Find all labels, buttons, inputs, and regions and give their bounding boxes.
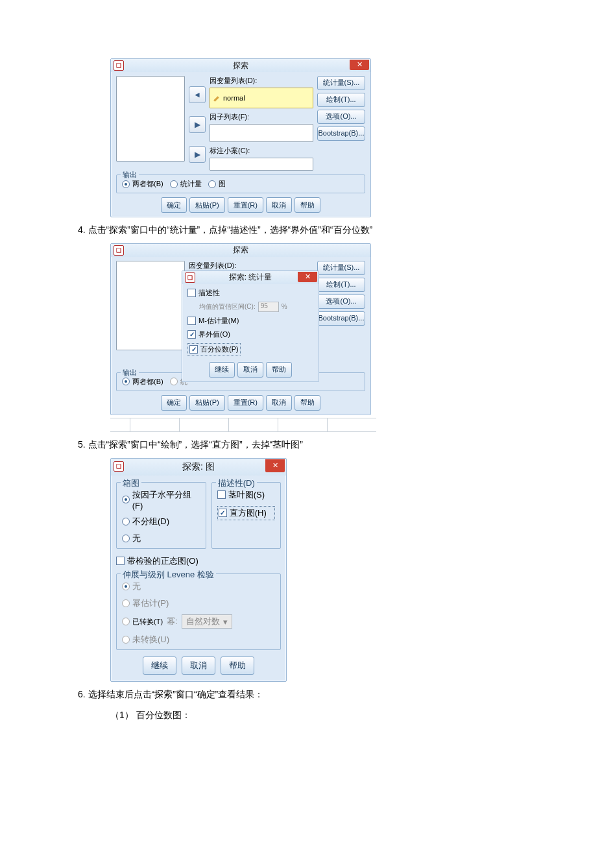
bootstrap-button[interactable]: Bootstrap(B)... — [317, 311, 365, 326]
explore-dialog-1: ❑ 探索 ✕ ◄ ▶ ▶ 因变量列表(D): normal 因子列表(F): 标… — [110, 58, 371, 217]
step-6-sub: （1） 百分位数图： — [110, 708, 548, 723]
app-icon: ❑ — [114, 245, 124, 256]
move-depvar-button[interactable]: ◄ — [189, 86, 206, 103]
move-caselabel-button[interactable]: ▶ — [189, 146, 206, 163]
dialog-titlebar: ❑ 探索 ✕ — [111, 59, 370, 72]
chevron-down-icon: ▾ — [223, 617, 228, 627]
check-descriptive[interactable]: 描述性 — [187, 288, 313, 298]
paste-button[interactable]: 粘贴(P) — [189, 395, 225, 411]
source-list[interactable] — [116, 76, 185, 162]
subdialog-title: 探索: 统计量 — [229, 272, 272, 283]
ci-label: 均值的置信区间(C): — [199, 302, 256, 311]
stats-button[interactable]: 统计量(S)... — [317, 261, 365, 275]
app-icon: ❑ — [114, 60, 124, 71]
ci-value: 95 — [258, 302, 279, 312]
radio-plot[interactable]: 图 — [208, 179, 226, 189]
reset-button[interactable]: 重置(R) — [228, 395, 263, 411]
radio-lv-untrans: 未转换(U) — [122, 634, 275, 645]
radio-lv-none: 无 — [122, 581, 275, 592]
explore-stats-subdialog: ❑ 探索: 统计量 ✕ 描述性 均值的置信区间(C): 95 % M-估计量(M… — [182, 271, 319, 382]
check-percentile[interactable]: ✓百分位数(P) — [187, 343, 241, 356]
radio-stat[interactable]: 统计量 — [170, 179, 202, 189]
subdialog-titlebar: ❑ 探索: 统计量 ✕ — [182, 271, 319, 284]
power-label: 幂: — [167, 616, 178, 627]
ok-button[interactable]: 确定 — [161, 197, 187, 213]
continue-button[interactable]: 继续 — [143, 657, 176, 675]
factor-list[interactable] — [210, 124, 313, 142]
help-button[interactable]: 帮助 — [221, 657, 254, 675]
factor-label: 因子列表(F): — [210, 112, 313, 122]
close-icon[interactable]: ✕ — [265, 459, 285, 472]
dialog-title: 探索 — [233, 245, 248, 256]
step-5-text: 5. 点击“探索”窗口中“绘制”，选择“直方图”，去掉“茎叶图” — [78, 437, 548, 453]
check-outlier[interactable]: ✓界外值(O) — [187, 330, 313, 339]
radio-factorlevels[interactable]: 按因子水平分组(F) — [122, 489, 200, 511]
app-icon: ❑ — [185, 272, 195, 283]
help-button[interactable]: 帮助 — [294, 395, 320, 411]
radio-both[interactable]: 两者都(B) — [122, 377, 163, 387]
help-button[interactable]: 帮助 — [294, 197, 320, 213]
cancel-button[interactable]: 取消 — [182, 657, 215, 675]
step-6-text: 6. 选择结束后点击“探索”窗口“确定”查看结果： — [78, 687, 548, 703]
paste-button[interactable]: 粘贴(P) — [189, 197, 225, 213]
caselabel-label: 标注小案(C): — [210, 146, 313, 156]
depvar-label: 因变量列表(D): — [189, 261, 313, 271]
check-stemleaf[interactable]: 茎叶图(S) — [217, 489, 275, 501]
step-4-text: 4. 点击“探索”窗口中的“统计量”，点掉“描述性”，选择“界外值”和“百分位数… — [78, 223, 548, 238]
check-normality[interactable]: 带检验的正态图(O) — [116, 555, 198, 567]
radio-both[interactable]: 两者都(B) — [122, 179, 163, 189]
depvar-list[interactable]: normal — [210, 88, 313, 108]
stats-button[interactable]: 统计量(S)... — [317, 76, 365, 90]
levene-group-title: 伸展与级别 Levene 检验 — [121, 569, 216, 581]
dialog-title: 探索: 图 — [182, 461, 215, 473]
explore-plots-dialog: ❑ 探索: 图 ✕ 箱图 按因子水平分组(F) 不分组(D) 无 描述性(D) … — [110, 458, 287, 682]
caselabel-input[interactable] — [210, 158, 313, 171]
cancel-button[interactable]: 取消 — [237, 362, 263, 378]
reset-button[interactable]: 重置(R) — [228, 197, 263, 213]
radio-together[interactable]: 不分组(D) — [122, 516, 200, 527]
source-list[interactable] — [116, 261, 185, 350]
check-histogram[interactable]: ✓直方图(H) — [217, 506, 275, 520]
close-icon[interactable]: ✕ — [298, 272, 317, 282]
close-icon[interactable]: ✕ — [350, 60, 369, 70]
move-factor-button[interactable]: ▶ — [189, 116, 206, 133]
radio-lv-power: 幂估计(P) — [122, 597, 275, 609]
app-icon: ❑ — [114, 461, 124, 472]
power-select: 自然对数 — [186, 616, 220, 627]
grid-strip — [110, 418, 376, 432]
radio-none[interactable]: 无 — [122, 533, 200, 544]
descriptive-group-title: 描述性(D) — [216, 477, 257, 489]
dialog-titlebar: ❑ 探索 — [111, 244, 370, 257]
ok-button[interactable]: 确定 — [161, 395, 187, 411]
output-group-title: 输出 — [121, 170, 139, 180]
continue-button[interactable]: 继续 — [209, 362, 235, 378]
dialog-title: 探索 — [233, 60, 248, 71]
plots-button[interactable]: 绘制(T)... — [317, 93, 365, 107]
scale-icon — [213, 94, 221, 102]
cancel-button[interactable]: 取消 — [266, 197, 292, 213]
radio-lv-trans: 已转换(T) — [122, 617, 163, 627]
ci-pct: % — [282, 303, 287, 310]
depvar-item: normal — [223, 94, 245, 102]
dialog-titlebar: ❑ 探索: 图 ✕ — [111, 459, 286, 476]
plots-button[interactable]: 绘制(T)... — [317, 278, 365, 292]
output-group-title: 输出 — [121, 368, 139, 378]
options-button[interactable]: 选项(O)... — [317, 110, 365, 124]
boxplot-group-title: 箱图 — [121, 477, 141, 489]
cancel-button[interactable]: 取消 — [266, 395, 292, 411]
help-button[interactable]: 帮助 — [266, 362, 292, 378]
depvar-label: 因变量列表(D): — [210, 76, 313, 86]
bootstrap-button[interactable]: Bootstrap(B)... — [317, 127, 365, 141]
options-button[interactable]: 选项(O)... — [317, 295, 365, 309]
check-mestimator[interactable]: M-估计量(M) — [187, 316, 313, 326]
